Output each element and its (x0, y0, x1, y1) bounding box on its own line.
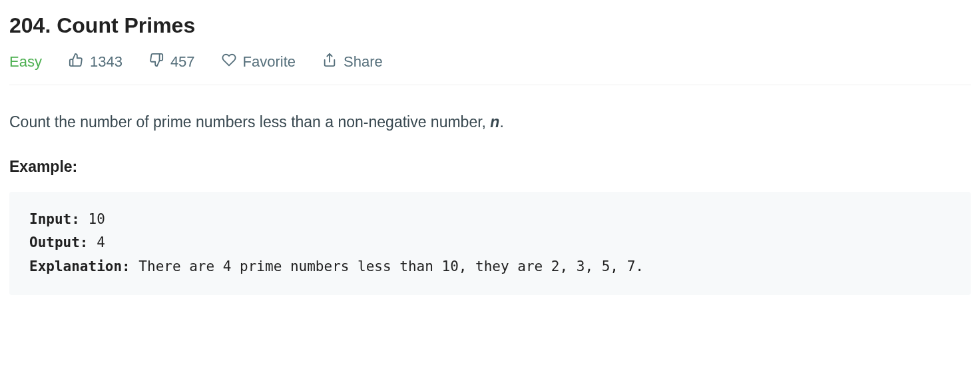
example-heading: Example: (9, 158, 971, 176)
heart-icon (222, 53, 236, 71)
like-button[interactable]: 1343 (69, 53, 122, 71)
example-input-line: Input: 10 (29, 208, 951, 232)
thumbs-down-icon (149, 53, 164, 71)
thumbs-up-icon (69, 53, 83, 71)
description-variable: n (490, 113, 499, 131)
input-label: Input: (29, 211, 80, 227)
description-prefix: Count the number of prime numbers less t… (9, 113, 490, 131)
input-value: 10 (80, 211, 105, 227)
share-button[interactable]: Share (322, 53, 383, 71)
difficulty-badge: Easy (9, 53, 42, 71)
description-suffix: . (499, 113, 503, 131)
dislike-count: 457 (170, 53, 195, 71)
favorite-button[interactable]: Favorite (222, 53, 296, 71)
problem-title: 204. Count Primes (9, 13, 971, 38)
favorite-label: Favorite (243, 53, 296, 71)
problem-description: Count the number of prime numbers less t… (9, 111, 971, 134)
explanation-value: There are 4 prime numbers less than 10, … (130, 258, 644, 274)
output-label: Output: (29, 234, 89, 250)
meta-row: Easy 1343 457 Favorite (9, 53, 971, 85)
share-label: Share (344, 53, 383, 71)
example-output-line: Output: 4 (29, 231, 951, 255)
example-code-block: Input: 10 Output: 4 Explanation: There a… (9, 192, 971, 295)
example-explanation-line: Explanation: There are 4 prime numbers l… (29, 255, 951, 279)
share-icon (322, 53, 337, 71)
output-value: 4 (89, 234, 105, 250)
dislike-button[interactable]: 457 (149, 53, 195, 71)
like-count: 1343 (90, 53, 122, 71)
explanation-label: Explanation: (29, 258, 130, 274)
